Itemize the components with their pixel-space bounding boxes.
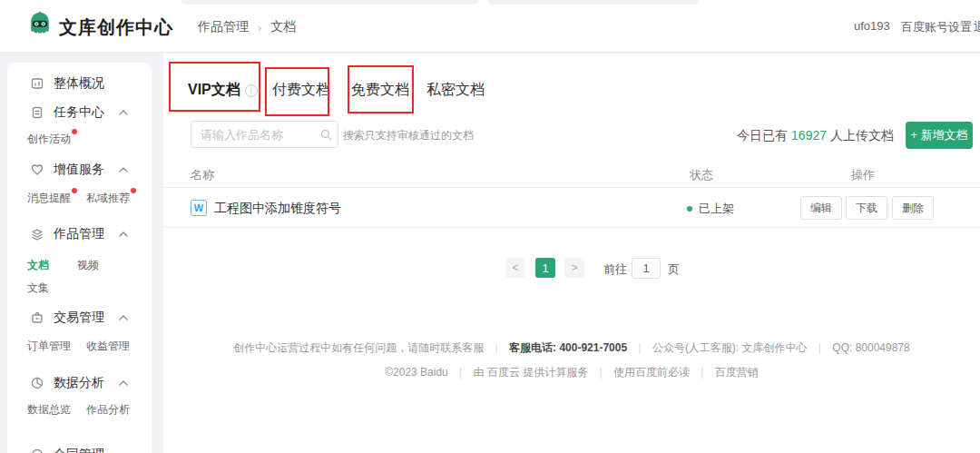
table-row: W 工程图中添加锥度符号 已上架 编辑 下载 删除 bbox=[163, 188, 980, 228]
doc-title-link[interactable]: 工程图中添加锥度符号 bbox=[214, 201, 341, 217]
tab-vip-docs[interactable]: VIP文档 ! bbox=[188, 81, 258, 100]
sidebar-item-value-services[interactable]: 增值服务 bbox=[7, 161, 152, 179]
column-name: 名称 bbox=[191, 167, 214, 183]
search-hint: 搜索只支持审核通过的文档 bbox=[343, 128, 474, 143]
header: 文库创作中心 作品管理 › 文档 ufo193 百度账号设置 退出 bbox=[0, 0, 980, 53]
footer-line1: 创作中心运营过程中如有任何问题，请随时联系客服｜客服电话: 400-921-70… bbox=[163, 340, 980, 356]
sidebar-item-private-domain[interactable]: 私域推荐 bbox=[86, 191, 130, 206]
breadcrumb-item-docs: 文档 bbox=[270, 19, 296, 35]
tab-private-docs[interactable]: 私密文档 bbox=[426, 81, 485, 100]
sidebar-item-collections[interactable]: 文集 bbox=[27, 281, 49, 296]
sidebar-item-overview[interactable]: 整体概况 bbox=[7, 74, 152, 93]
chevron-up-icon[interactable] bbox=[119, 315, 128, 320]
layers-icon bbox=[29, 227, 44, 242]
sidebar-item-documents[interactable]: 文档 bbox=[27, 258, 49, 273]
status-badge: 已上架 bbox=[687, 201, 734, 217]
breadcrumb: 作品管理 › 文档 bbox=[198, 19, 296, 35]
qq-contact: QQ: 800049878 bbox=[832, 341, 909, 354]
next-page-button[interactable]: > bbox=[564, 258, 584, 278]
sidebar-item-data-overview[interactable]: 数据总览 bbox=[27, 402, 71, 418]
service-phone: 客服电话: 400-921-7005 bbox=[509, 341, 627, 354]
app-window: 文库创作中心 作品管理 › 文档 ufo193 百度账号设置 退出 整体概况 任… bbox=[0, 0, 980, 453]
sidebar-item-works-management[interactable]: 作品管理 bbox=[7, 225, 152, 243]
pagination: < 1 > 前往 页 bbox=[163, 258, 980, 280]
table-header: 名称 状态 操作 bbox=[163, 164, 980, 188]
download-button[interactable]: 下载 bbox=[846, 196, 887, 220]
chevron-up-icon[interactable] bbox=[119, 110, 128, 115]
sidebar-item-task-center[interactable]: 任务中心 bbox=[7, 103, 152, 122]
heart-icon bbox=[29, 162, 44, 178]
briefcase-icon bbox=[29, 310, 44, 326]
new-doc-button[interactable]: + 新增文档 bbox=[906, 122, 973, 149]
sidebar-item-data-analysis[interactable]: 数据分析 bbox=[7, 374, 152, 392]
sidebar-item-revenue-management[interactable]: 收益管理 bbox=[86, 339, 130, 354]
status-dot-icon bbox=[687, 206, 692, 212]
word-doc-icon: W bbox=[191, 200, 207, 216]
breadcrumb-item-works[interactable]: 作品管理 bbox=[198, 19, 249, 35]
pie-chart-icon bbox=[29, 376, 44, 391]
footer-line2: ©2023 Baidu｜由 百度云 提供计算服务｜使用百度前必读｜百度营销 bbox=[163, 365, 980, 380]
baidu-notice-link[interactable]: 使用百度前必读 bbox=[613, 366, 690, 379]
breadcrumb-separator: › bbox=[258, 21, 261, 34]
mascot-icon bbox=[27, 11, 53, 44]
task-icon bbox=[29, 105, 44, 121]
browser-tab-artifact bbox=[488, 0, 699, 5]
main-content: VIP文档 ! 付费文档 免费文档 私密文档 搜索只支持审核通过的文档 今日已有… bbox=[163, 54, 980, 453]
prev-page-button[interactable]: < bbox=[505, 258, 525, 278]
column-status: 状态 bbox=[690, 167, 713, 183]
sidebar-item-message-reminder[interactable]: 消息提醒 bbox=[27, 191, 71, 206]
logo[interactable]: 文库创作中心 bbox=[27, 11, 173, 44]
tab-free-docs[interactable]: 免费文档 bbox=[351, 81, 409, 100]
delete-button[interactable]: 删除 bbox=[892, 196, 934, 220]
goto-suffix: 页 bbox=[668, 261, 680, 278]
search-input[interactable] bbox=[191, 121, 338, 148]
account-settings-link[interactable]: 百度账号设置 bbox=[901, 19, 972, 35]
username[interactable]: ufo193 bbox=[854, 19, 890, 33]
sidebar-item-trade-management[interactable]: 交易管理 bbox=[7, 309, 152, 327]
overview-icon bbox=[29, 76, 44, 92]
sidebar-item-contract-management[interactable]: 合同管理 bbox=[7, 446, 152, 453]
edit-button[interactable]: 编辑 bbox=[800, 196, 842, 220]
chevron-up-icon[interactable] bbox=[119, 231, 128, 237]
upload-stat: 今日已有16927人上传文档 bbox=[737, 128, 894, 144]
chevron-up-icon[interactable] bbox=[119, 380, 128, 386]
sidebar: 整体概况 任务中心 创作活动 增值服务 消息提醒 私域推荐 bbox=[7, 63, 152, 453]
search-icon bbox=[319, 128, 333, 145]
column-action: 操作 bbox=[851, 167, 875, 183]
info-icon[interactable]: ! bbox=[245, 84, 258, 97]
doc-tabs: VIP文档 ! 付费文档 免费文档 私密文档 bbox=[163, 75, 980, 112]
sidebar-item-works-analysis[interactable]: 作品分析 bbox=[86, 402, 130, 418]
goto-page-input[interactable] bbox=[632, 258, 661, 279]
tab-paid-docs[interactable]: 付费文档 bbox=[272, 81, 330, 100]
goto-label: 前往 bbox=[603, 261, 627, 278]
contract-icon bbox=[29, 448, 44, 453]
chevron-up-icon[interactable] bbox=[119, 167, 128, 172]
logo-text: 文库创作中心 bbox=[59, 15, 173, 40]
sidebar-item-videos[interactable]: 视频 bbox=[77, 258, 99, 273]
baidu-marketing-link[interactable]: 百度营销 bbox=[715, 366, 759, 379]
sidebar-item-order-management[interactable]: 订单管理 bbox=[27, 339, 71, 354]
sidebar-item-creation-activity[interactable]: 创作活动 bbox=[27, 132, 71, 147]
browser-tab-artifact bbox=[181, 0, 478, 5]
page-1-button[interactable]: 1 bbox=[535, 258, 555, 278]
upload-count: 16927 bbox=[791, 128, 827, 143]
logout-link[interactable]: 退出 bbox=[974, 19, 980, 35]
